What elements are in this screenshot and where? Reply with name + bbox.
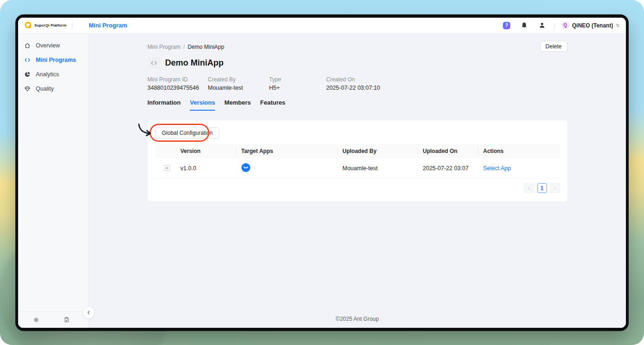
table-header-row: Version Target Apps Uploaded By Uploaded… xyxy=(155,144,560,158)
meta-created-by: Created By Mouamle-test xyxy=(208,76,269,91)
target-app-icon xyxy=(241,163,250,172)
page-content: Mini Program/Demo MiniApp Delete Demo Mi… xyxy=(148,33,567,201)
sidebar-item-overview[interactable]: Overview xyxy=(18,38,88,53)
sidebar-item-label: Mini Programs xyxy=(36,57,76,63)
topnav-mini-program[interactable]: Mini Program xyxy=(89,22,127,29)
sidebar-item-quality[interactable]: Quality xyxy=(18,81,88,96)
desktop-background: SuperQi Platform Mini Program ? xyxy=(0,0,644,345)
select-app-link[interactable]: Select App xyxy=(478,165,560,172)
global-configuration-button[interactable]: Global Configuration xyxy=(156,127,219,139)
header-actions: Actions xyxy=(478,148,560,154)
topbar-divider xyxy=(72,22,72,29)
cell-version: v1.0.0 xyxy=(174,165,236,172)
user-icon[interactable] xyxy=(538,21,546,30)
tenant-switcher[interactable]: Q QiNEO (Tenant) ⇅ xyxy=(561,21,619,29)
title-row: Demo MiniApp xyxy=(148,56,567,69)
tenant-avatar: Q xyxy=(561,21,569,29)
page-title: Demo MiniApp xyxy=(165,58,224,68)
sidebar-nav: Overview Mini Programs xyxy=(18,33,88,96)
tab-members[interactable]: Members xyxy=(224,99,251,111)
settings-gear-icon[interactable] xyxy=(33,317,39,323)
global-config-wrap: Global Configuration xyxy=(156,127,219,139)
pagination-next-button[interactable]: › xyxy=(550,183,560,193)
expand-cell: + xyxy=(155,165,174,171)
sidebar-item-label: Overview xyxy=(36,42,60,49)
delete-button[interactable]: Delete xyxy=(540,41,567,52)
tenant-name: QiNEO (Tenant) xyxy=(572,22,613,29)
sidebar-footer xyxy=(18,312,88,328)
miniapp-code-icon xyxy=(148,56,161,69)
topbar: SuperQi Platform Mini Program ? xyxy=(18,18,626,33)
meta-type: Type H5+ xyxy=(269,76,326,91)
notifications-bell-icon[interactable] xyxy=(520,21,528,30)
tab-versions[interactable]: Versions xyxy=(190,99,215,111)
breadcrumb-separator: / xyxy=(183,44,185,50)
pagination-prev-button[interactable]: ‹ xyxy=(524,183,534,193)
header-version: Version xyxy=(174,148,236,154)
cell-target-apps xyxy=(236,163,337,173)
help-icon[interactable]: ? xyxy=(502,21,511,30)
table-row: + v1.0.0 xyxy=(155,158,560,179)
meta-row: Mini Program ID 3488010239475546 Created… xyxy=(148,76,567,91)
sidebar-item-label: Quality xyxy=(36,86,54,92)
gem-icon xyxy=(24,86,31,92)
header-uploaded-by: Uploaded By xyxy=(337,148,417,154)
tenant-caret-icon: ⇅ xyxy=(616,23,619,28)
app-window: SuperQi Platform Mini Program ? xyxy=(15,14,629,331)
sidebar: Overview Mini Programs xyxy=(18,33,89,328)
breadcrumb: Mini Program/Demo MiniApp xyxy=(148,44,567,50)
brand-name: SuperQi Platform xyxy=(34,23,66,27)
topbar-right-divider xyxy=(554,22,555,29)
tab-features[interactable]: Features xyxy=(260,99,285,111)
breadcrumb-root[interactable]: Mini Program xyxy=(148,44,181,50)
breadcrumb-current: Demo MiniApp xyxy=(188,44,224,50)
pagination: ‹ 1 › xyxy=(155,183,560,193)
header-target-apps: Target Apps xyxy=(236,148,337,154)
header-uploaded-on: Uploaded On xyxy=(417,148,478,154)
meta-mini-program-id: Mini Program ID 3488010239475546 xyxy=(148,76,208,91)
meta-created-on: Created On 2025-07-22 03:07:10 xyxy=(326,76,380,91)
versions-card: Global Configuration xyxy=(148,120,567,201)
expand-row-button[interactable]: + xyxy=(164,165,170,171)
code-icon xyxy=(24,57,31,63)
cell-uploaded-by: Mouamle-test xyxy=(337,165,417,172)
sidebar-item-mini-programs[interactable]: Mini Programs xyxy=(18,53,88,67)
brand: SuperQi Platform xyxy=(24,21,66,29)
sidebar-item-label: Analytics xyxy=(36,71,59,78)
home-icon xyxy=(24,42,31,49)
tab-information[interactable]: Information xyxy=(148,99,181,111)
tab-bar: Information Versions Members Features xyxy=(148,99,567,111)
app-frame: SuperQi Platform Mini Program ? xyxy=(18,18,626,328)
sidebar-collapse-button[interactable] xyxy=(83,306,95,318)
topbar-right: ? xyxy=(493,21,619,30)
clipboard-icon[interactable] xyxy=(64,317,70,323)
pie-chart-icon xyxy=(24,71,31,78)
pagination-page-1[interactable]: 1 xyxy=(537,183,547,193)
annotation-arrow-icon xyxy=(135,123,154,140)
cell-uploaded-on: 2025-07-22 03:07 xyxy=(417,165,478,172)
superqi-logo-icon xyxy=(24,21,32,29)
versions-table: Version Target Apps Uploaded By Uploaded… xyxy=(155,144,560,179)
sidebar-item-analytics[interactable]: Analytics xyxy=(18,67,88,81)
copyright-footer: ©2025 Ant Group xyxy=(89,316,626,322)
main-area: Mini Program/Demo MiniApp Delete Demo Mi… xyxy=(89,33,626,328)
